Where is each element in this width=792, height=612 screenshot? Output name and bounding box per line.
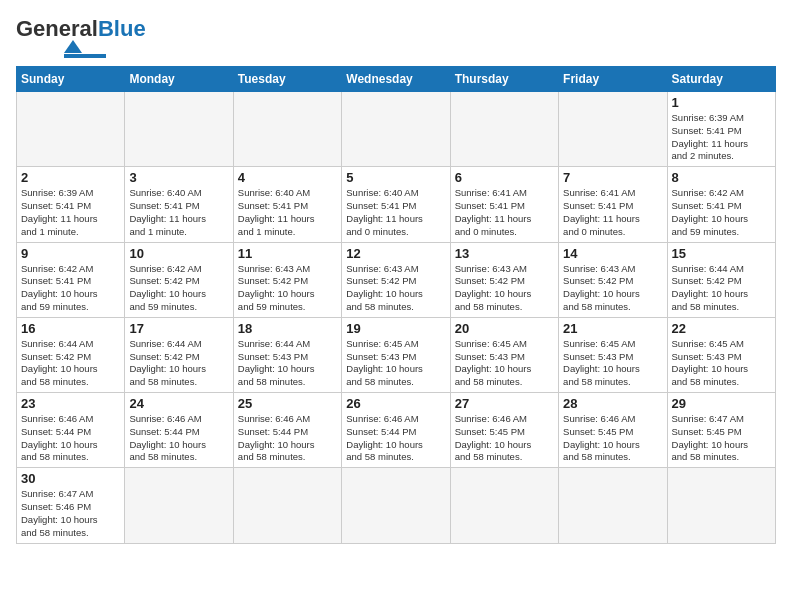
- calendar-cell: 5Sunrise: 6:40 AM Sunset: 5:41 PM Daylig…: [342, 167, 450, 242]
- calendar-cell: 14Sunrise: 6:43 AM Sunset: 5:42 PM Dayli…: [559, 242, 667, 317]
- day-info: Sunrise: 6:41 AM Sunset: 5:41 PM Dayligh…: [455, 187, 554, 238]
- calendar-cell: 17Sunrise: 6:44 AM Sunset: 5:42 PM Dayli…: [125, 317, 233, 392]
- day-info: Sunrise: 6:42 AM Sunset: 5:41 PM Dayligh…: [672, 187, 771, 238]
- day-info: Sunrise: 6:44 AM Sunset: 5:42 PM Dayligh…: [129, 338, 228, 389]
- week-row-2: 2Sunrise: 6:39 AM Sunset: 5:41 PM Daylig…: [17, 167, 776, 242]
- calendar-cell: 23Sunrise: 6:46 AM Sunset: 5:44 PM Dayli…: [17, 393, 125, 468]
- week-row-1: 1Sunrise: 6:39 AM Sunset: 5:41 PM Daylig…: [17, 92, 776, 167]
- day-number: 14: [563, 246, 662, 261]
- day-number: 1: [672, 95, 771, 110]
- day-info: Sunrise: 6:46 AM Sunset: 5:45 PM Dayligh…: [563, 413, 662, 464]
- weekday-header-saturday: Saturday: [667, 67, 775, 92]
- day-info: Sunrise: 6:40 AM Sunset: 5:41 PM Dayligh…: [129, 187, 228, 238]
- weekday-header-row: SundayMondayTuesdayWednesdayThursdayFrid…: [17, 67, 776, 92]
- day-number: 4: [238, 170, 337, 185]
- calendar-cell: 4Sunrise: 6:40 AM Sunset: 5:41 PM Daylig…: [233, 167, 341, 242]
- calendar-cell: [17, 92, 125, 167]
- calendar-cell: [233, 92, 341, 167]
- day-info: Sunrise: 6:43 AM Sunset: 5:42 PM Dayligh…: [455, 263, 554, 314]
- day-number: 23: [21, 396, 120, 411]
- calendar-cell: 8Sunrise: 6:42 AM Sunset: 5:41 PM Daylig…: [667, 167, 775, 242]
- calendar-cell: 18Sunrise: 6:44 AM Sunset: 5:43 PM Dayli…: [233, 317, 341, 392]
- day-number: 10: [129, 246, 228, 261]
- weekday-header-wednesday: Wednesday: [342, 67, 450, 92]
- calendar-cell: 7Sunrise: 6:41 AM Sunset: 5:41 PM Daylig…: [559, 167, 667, 242]
- calendar-cell: 21Sunrise: 6:45 AM Sunset: 5:43 PM Dayli…: [559, 317, 667, 392]
- day-number: 25: [238, 396, 337, 411]
- calendar-cell: 3Sunrise: 6:40 AM Sunset: 5:41 PM Daylig…: [125, 167, 233, 242]
- day-number: 15: [672, 246, 771, 261]
- calendar-cell: 19Sunrise: 6:45 AM Sunset: 5:43 PM Dayli…: [342, 317, 450, 392]
- calendar-cell: 27Sunrise: 6:46 AM Sunset: 5:45 PM Dayli…: [450, 393, 558, 468]
- calendar-cell: 29Sunrise: 6:47 AM Sunset: 5:45 PM Dayli…: [667, 393, 775, 468]
- weekday-header-monday: Monday: [125, 67, 233, 92]
- day-number: 22: [672, 321, 771, 336]
- calendar-cell: 9Sunrise: 6:42 AM Sunset: 5:41 PM Daylig…: [17, 242, 125, 317]
- weekday-header-friday: Friday: [559, 67, 667, 92]
- day-info: Sunrise: 6:46 AM Sunset: 5:44 PM Dayligh…: [238, 413, 337, 464]
- day-number: 3: [129, 170, 228, 185]
- day-number: 13: [455, 246, 554, 261]
- logo-general-text: General: [16, 16, 98, 42]
- day-number: 9: [21, 246, 120, 261]
- calendar-cell: [667, 468, 775, 543]
- week-row-3: 9Sunrise: 6:42 AM Sunset: 5:41 PM Daylig…: [17, 242, 776, 317]
- day-info: Sunrise: 6:45 AM Sunset: 5:43 PM Dayligh…: [672, 338, 771, 389]
- day-info: Sunrise: 6:40 AM Sunset: 5:41 PM Dayligh…: [238, 187, 337, 238]
- calendar-cell: 24Sunrise: 6:46 AM Sunset: 5:44 PM Dayli…: [125, 393, 233, 468]
- calendar-cell: [559, 468, 667, 543]
- week-row-4: 16Sunrise: 6:44 AM Sunset: 5:42 PM Dayli…: [17, 317, 776, 392]
- day-info: Sunrise: 6:44 AM Sunset: 5:42 PM Dayligh…: [21, 338, 120, 389]
- day-number: 20: [455, 321, 554, 336]
- day-number: 29: [672, 396, 771, 411]
- day-info: Sunrise: 6:46 AM Sunset: 5:44 PM Dayligh…: [129, 413, 228, 464]
- calendar-cell: 30Sunrise: 6:47 AM Sunset: 5:46 PM Dayli…: [17, 468, 125, 543]
- week-row-5: 23Sunrise: 6:46 AM Sunset: 5:44 PM Dayli…: [17, 393, 776, 468]
- day-number: 18: [238, 321, 337, 336]
- day-info: Sunrise: 6:40 AM Sunset: 5:41 PM Dayligh…: [346, 187, 445, 238]
- calendar-cell: 15Sunrise: 6:44 AM Sunset: 5:42 PM Dayli…: [667, 242, 775, 317]
- calendar-cell: 26Sunrise: 6:46 AM Sunset: 5:44 PM Dayli…: [342, 393, 450, 468]
- day-info: Sunrise: 6:45 AM Sunset: 5:43 PM Dayligh…: [563, 338, 662, 389]
- day-info: Sunrise: 6:44 AM Sunset: 5:42 PM Dayligh…: [672, 263, 771, 314]
- day-number: 6: [455, 170, 554, 185]
- day-info: Sunrise: 6:47 AM Sunset: 5:46 PM Dayligh…: [21, 488, 120, 539]
- day-number: 11: [238, 246, 337, 261]
- day-number: 30: [21, 471, 120, 486]
- day-info: Sunrise: 6:46 AM Sunset: 5:44 PM Dayligh…: [21, 413, 120, 464]
- calendar-cell: [125, 468, 233, 543]
- day-number: 17: [129, 321, 228, 336]
- calendar-cell: 2Sunrise: 6:39 AM Sunset: 5:41 PM Daylig…: [17, 167, 125, 242]
- day-number: 21: [563, 321, 662, 336]
- logo: General Blue: [16, 16, 146, 58]
- day-number: 26: [346, 396, 445, 411]
- logo-blue-text: Blue: [98, 16, 146, 42]
- day-info: Sunrise: 6:45 AM Sunset: 5:43 PM Dayligh…: [455, 338, 554, 389]
- header: General Blue: [16, 16, 776, 58]
- day-number: 27: [455, 396, 554, 411]
- weekday-header-thursday: Thursday: [450, 67, 558, 92]
- day-info: Sunrise: 6:46 AM Sunset: 5:45 PM Dayligh…: [455, 413, 554, 464]
- day-info: Sunrise: 6:43 AM Sunset: 5:42 PM Dayligh…: [238, 263, 337, 314]
- day-info: Sunrise: 6:42 AM Sunset: 5:41 PM Dayligh…: [21, 263, 120, 314]
- day-info: Sunrise: 6:42 AM Sunset: 5:42 PM Dayligh…: [129, 263, 228, 314]
- calendar-cell: 10Sunrise: 6:42 AM Sunset: 5:42 PM Dayli…: [125, 242, 233, 317]
- day-info: Sunrise: 6:41 AM Sunset: 5:41 PM Dayligh…: [563, 187, 662, 238]
- calendar-cell: 11Sunrise: 6:43 AM Sunset: 5:42 PM Dayli…: [233, 242, 341, 317]
- calendar-cell: 22Sunrise: 6:45 AM Sunset: 5:43 PM Dayli…: [667, 317, 775, 392]
- day-info: Sunrise: 6:39 AM Sunset: 5:41 PM Dayligh…: [21, 187, 120, 238]
- calendar-cell: 25Sunrise: 6:46 AM Sunset: 5:44 PM Dayli…: [233, 393, 341, 468]
- day-number: 12: [346, 246, 445, 261]
- calendar-cell: 16Sunrise: 6:44 AM Sunset: 5:42 PM Dayli…: [17, 317, 125, 392]
- calendar-cell: 12Sunrise: 6:43 AM Sunset: 5:42 PM Dayli…: [342, 242, 450, 317]
- calendar-cell: 28Sunrise: 6:46 AM Sunset: 5:45 PM Dayli…: [559, 393, 667, 468]
- day-number: 8: [672, 170, 771, 185]
- calendar-cell: [342, 468, 450, 543]
- day-info: Sunrise: 6:43 AM Sunset: 5:42 PM Dayligh…: [346, 263, 445, 314]
- calendar-cell: [342, 92, 450, 167]
- calendar-cell: [559, 92, 667, 167]
- day-number: 5: [346, 170, 445, 185]
- day-number: 28: [563, 396, 662, 411]
- day-info: Sunrise: 6:43 AM Sunset: 5:42 PM Dayligh…: [563, 263, 662, 314]
- week-row-6: 30Sunrise: 6:47 AM Sunset: 5:46 PM Dayli…: [17, 468, 776, 543]
